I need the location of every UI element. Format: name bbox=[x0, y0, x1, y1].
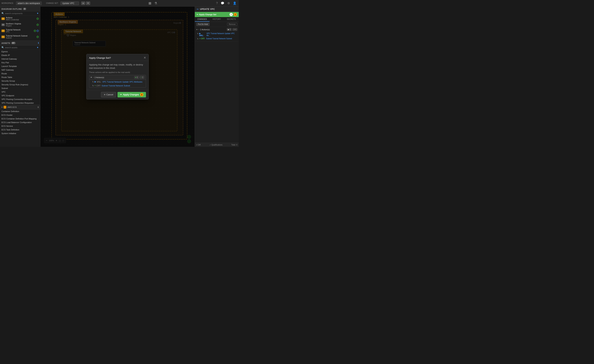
asset-system-initiative[interactable]: System Initiative bbox=[0, 132, 40, 135]
right-action-crt-link[interactable]: Subnet Tutorial Network Subnet bbox=[206, 38, 232, 40]
right-action-mnl: ↳ ▶ MNL: VPC Tutorial Network Update VPC… bbox=[196, 32, 237, 37]
left-sidebar: DIAGRAM OUTLINE 4 🔍 ▼ A Actions AWS Cred… bbox=[0, 7, 40, 147]
subnet-item-status: ✓ bbox=[37, 36, 39, 38]
vpc-status-blue: i bbox=[37, 30, 39, 32]
search-assets-input[interactable] bbox=[5, 46, 37, 49]
tab-secrets[interactable]: SECRETS bbox=[224, 17, 239, 22]
modal-action-mnl-type: ▶ bbox=[94, 81, 96, 83]
change-set-badges: 2 1 bbox=[230, 13, 237, 16]
action-badge-plus: + + bbox=[232, 28, 237, 31]
subnet-item-name: Tutorial Network Subnet bbox=[6, 35, 35, 37]
vpc-item-text: Tutorial Network VPC bbox=[6, 29, 33, 33]
vpc-status-green: ✓ bbox=[34, 30, 36, 32]
diagram-view-btn[interactable]: ⊞ bbox=[148, 0, 152, 6]
apply-cs-label: Apply Change Set bbox=[199, 13, 216, 16]
discord-btn[interactable]: 💬 bbox=[220, 1, 225, 6]
user-btn[interactable]: 👤 bbox=[232, 1, 237, 6]
cs-btn-h[interactable]: H bbox=[81, 1, 85, 5]
remove-btn[interactable]: Remove bbox=[227, 23, 237, 26]
search-assets-box: 🔍 ▼ bbox=[0, 46, 40, 50]
asset-security-group[interactable]: Security Group bbox=[0, 79, 40, 83]
asset-vpc-peering-acceptor[interactable]: VPC Peering Connection Acceptor bbox=[0, 97, 40, 101]
outline-item-actions[interactable]: A Actions AWS Credential ✓ bbox=[0, 16, 40, 22]
assets-list: Egress Elastic IP Internet Gateway Key P… bbox=[0, 50, 40, 147]
modal-actions-badges: ▶ 1 + 1 bbox=[134, 76, 144, 79]
modal-close-btn[interactable]: ✕ bbox=[144, 56, 146, 59]
asset-ecs-cluster[interactable]: ECS Cluster bbox=[0, 113, 40, 117]
actions-count: 2 Action(s) bbox=[200, 28, 210, 31]
search-components-icon: 🔍 bbox=[1, 12, 4, 15]
asset-vpc-peering-requestor[interactable]: VPC Peering Connection Requestor bbox=[0, 101, 40, 105]
asset-vpc[interactable]: VPC bbox=[0, 90, 40, 94]
modal-badge-play-num: 1 bbox=[137, 76, 138, 78]
asset-launch-template[interactable]: Launch Template bbox=[0, 64, 40, 68]
cs-btn-x[interactable]: ✕ bbox=[86, 1, 90, 5]
asset-ecs-port-mapping[interactable]: ECS Container Definition Port Mapping bbox=[0, 117, 40, 120]
right-action-mnl-link[interactable]: VPC Tutorial Network Update VPC Att... bbox=[206, 33, 236, 37]
asset-vpc-endpoint[interactable]: VPC Endpoint bbox=[0, 94, 40, 97]
diagram-count-badge: 4 bbox=[23, 8, 26, 10]
asset-route[interactable]: Route bbox=[0, 72, 40, 75]
footer-total: Total: 4 bbox=[231, 144, 237, 146]
asset-key-pair[interactable]: Key Pair bbox=[0, 61, 40, 64]
right-action-crt: ↳ + CRT: Subnet Tutorial Network Subnet bbox=[196, 37, 237, 40]
asset-internet-gateway[interactable]: Internet Gateway bbox=[0, 57, 40, 61]
tab-history[interactable]: HISTORY bbox=[209, 17, 224, 22]
modal-action-mnl-label: MNL: bbox=[97, 81, 101, 83]
filter-assets-icon[interactable]: ▼ bbox=[37, 46, 39, 49]
modal-actions-section: ▾ ─ 2 Action(s) ▶ 1 + bbox=[89, 75, 146, 88]
modal-action-mnl-link[interactable]: VPC Tutorial Network Update VPC Attribut… bbox=[102, 81, 142, 83]
modal-title: Apply Change Set? bbox=[89, 57, 111, 59]
apply-changes-button[interactable]: ✂ Apply Changes 2 bbox=[117, 92, 146, 97]
asset-container-def[interactable]: Container Definition bbox=[0, 110, 40, 113]
settings-btn[interactable]: ⚙ bbox=[227, 1, 231, 6]
aws-ecs-section-header: ▾ A AWS ECS 6 bbox=[0, 105, 40, 110]
outline-item-vpc[interactable]: V Tutorial Network VPC ✓ i bbox=[0, 28, 40, 34]
asset-route-table[interactable]: Route Table bbox=[0, 75, 40, 79]
asset-elastic-ip[interactable]: Elastic IP bbox=[0, 53, 40, 57]
region-item-sub: Region bbox=[6, 25, 35, 27]
modal-action-crt: ↳ + CRT: Subnet Tutorial Network Subnet bbox=[89, 84, 146, 87]
changeset-select[interactable]: Update VPC bbox=[61, 1, 79, 5]
footer-qualifications[interactable]: ✓ Qualifications bbox=[209, 144, 223, 146]
asset-ecs-service[interactable]: ECS Service bbox=[0, 124, 40, 128]
filter-components-icon[interactable]: ▼ bbox=[37, 12, 39, 15]
modal-actions-count: 2 Action(s) bbox=[94, 76, 104, 79]
cancel-button[interactable]: ✕ Cancel bbox=[101, 92, 116, 97]
workspace-label: WORKSPACE: bbox=[1, 2, 14, 4]
put-on-hold-btn[interactable]: Put On Hold bbox=[196, 23, 209, 26]
asset-ecs-task[interactable]: ECS Task Definition bbox=[0, 128, 40, 132]
vpc-item-sub: VPC bbox=[6, 31, 33, 33]
asset-ecs-lb-config[interactable]: ECS Load Balancer Configuration bbox=[0, 120, 40, 124]
subnet-item-sub: Subnet bbox=[6, 37, 35, 39]
assets-label: ASSETS bbox=[1, 42, 10, 44]
outline-item-subnet[interactable]: S Tutorial Network Subnet Subnet ✓ bbox=[0, 34, 40, 40]
asset-egress[interactable]: Egress bbox=[0, 50, 40, 53]
cancel-x-icon: ✕ bbox=[104, 93, 106, 96]
search-components-input[interactable] bbox=[5, 12, 37, 14]
total-label: Total: 4 bbox=[231, 144, 237, 146]
vpc-item-status: ✓ i bbox=[34, 30, 39, 32]
footer-diff[interactable]: ≠ Diff bbox=[196, 144, 201, 146]
modal-subtitle: These actions will be applied to the rea… bbox=[89, 71, 146, 73]
modal-body-text: Applying this change set may create, mod… bbox=[89, 63, 146, 70]
action-badge-play-num: 1 bbox=[230, 28, 231, 30]
actions-item-text: Actions AWS Credential bbox=[6, 17, 35, 21]
modal-action-arrow-1: ↳ bbox=[92, 80, 94, 83]
update-vpc-icon: ✂ bbox=[197, 8, 199, 11]
actions-item-sub: AWS Credential bbox=[6, 19, 35, 21]
tab-changes[interactable]: CHANGES bbox=[195, 17, 209, 22]
right-action-mnl-type: ▶ MNL: bbox=[199, 33, 205, 37]
asset-nat-gateway[interactable]: NAT Gateway bbox=[0, 68, 40, 72]
actions-collapse-icon[interactable]: ▾ bbox=[196, 28, 197, 31]
modal-action-crt-type: + bbox=[94, 85, 96, 86]
asset-subnet[interactable]: Subnet bbox=[0, 86, 40, 90]
apply-change-set-btn[interactable]: ✂ Apply Change Set bbox=[197, 13, 216, 16]
help-btn[interactable]: ? bbox=[215, 1, 218, 6]
asset-security-group-rule[interactable]: Security Group Rule (Ingress) bbox=[0, 83, 40, 86]
outline-item-region[interactable]: R Northern Virginia Region ✓ bbox=[0, 22, 40, 28]
modal-action-crt-link[interactable]: Subnet Tutorial Network Subnet bbox=[101, 85, 130, 87]
assets-info-icon[interactable]: ℹ bbox=[38, 42, 39, 44]
apply-badge: 2 bbox=[140, 93, 143, 96]
config-view-btn[interactable]: ⚗ bbox=[154, 0, 158, 6]
